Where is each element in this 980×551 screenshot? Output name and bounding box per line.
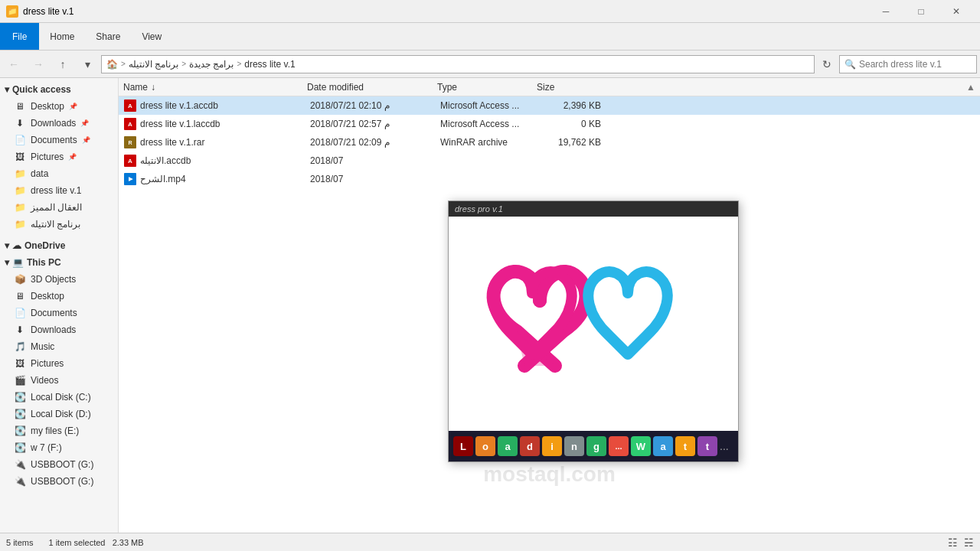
chevron-icon-2: ▾: [5, 240, 9, 251]
taskbar-icon-o[interactable]: o: [475, 436, 495, 456]
col-header-type[interactable]: Type: [437, 82, 537, 93]
maximize-button[interactable]: □: [903, 0, 939, 23]
preview-taskbar: L o a d i n g: [449, 431, 738, 461]
file-type-1: Microsoft Access ...: [440, 100, 540, 111]
quick-access-header[interactable]: ▾ Quick access: [0, 81, 118, 98]
table-row[interactable]: A الانتيله.accdb 2018/07: [119, 152, 980, 170]
taskbar-icon-t2[interactable]: t: [697, 436, 717, 456]
sidebar-item-music[interactable]: 🎵 Music: [0, 338, 118, 355]
taskbar-icon-a[interactable]: a: [498, 436, 518, 456]
taskbar-icon-n[interactable]: n: [564, 436, 584, 456]
file-date-5: 2018/07: [310, 174, 440, 184]
taskbar-icon-dots1[interactable]: ...: [609, 436, 629, 456]
status-right: ☷ ☵: [948, 536, 974, 549]
search-input[interactable]: [859, 59, 972, 70]
col-header-date[interactable]: Date modified: [307, 82, 437, 93]
taskbar-icon-d[interactable]: d: [520, 436, 540, 456]
sidebar-item-barnamaj[interactable]: 📁 برنامج الانتيله: [0, 216, 118, 233]
table-row[interactable]: A dress lite v.1.accdb م 02:10 2018/07/2…: [119, 96, 980, 115]
sidebar-label-data: data: [31, 168, 48, 179]
desktop-icon: 🖥: [14, 100, 26, 112]
file-name-5: الشرح.mp4: [140, 174, 310, 184]
taskbar-icon-g[interactable]: g: [586, 436, 606, 456]
breadcrumb-item-4[interactable]: dress lite v.1: [244, 59, 295, 70]
sidebar-item-downloads[interactable]: ⬇ Downloads 📌: [0, 115, 118, 132]
sidebar-label-barnamaj: برنامج الانتيله: [31, 219, 80, 230]
thispc-icon: 💻: [12, 257, 24, 268]
table-row[interactable]: A dress lite v.1.laccdb م 02:57 2018/07/…: [119, 115, 980, 133]
file-date-3: م 02:09 2018/07/21: [310, 137, 440, 148]
w7-icon: 💽: [14, 442, 26, 454]
breadcrumb-item-2[interactable]: برنامج الانتيله: [129, 59, 178, 70]
selected-info: 1 item selected 2.33 MB: [48, 538, 143, 547]
up-button[interactable]: ↑: [52, 54, 74, 75]
sidebar-label-documents: Documents: [31, 135, 77, 145]
back-button[interactable]: ←: [3, 54, 24, 75]
downloads2-icon: ⬇: [14, 324, 26, 336]
breadcrumb-item-1[interactable]: 🏠: [106, 59, 118, 70]
file-icon-accdb-ar: A: [123, 154, 137, 168]
file-icon-mp4: ▶: [123, 172, 137, 186]
sidebar-item-videos[interactable]: 🎬 Videos: [0, 372, 118, 389]
taskbar-icon-a2[interactable]: a: [653, 436, 673, 456]
sidebar-item-documents[interactable]: 📄 Documents 📌: [0, 132, 118, 148]
sidebar-item-desktop2[interactable]: 🖥 Desktop: [0, 288, 118, 305]
taskbar-icon-i[interactable]: i: [542, 436, 562, 456]
col-header-size[interactable]: Size: [537, 82, 598, 93]
sidebar-item-local-d[interactable]: 💽 Local Disk (D:): [0, 406, 118, 422]
large-icons-view-button[interactable]: ☵: [964, 536, 974, 549]
sidebar-label-my-files: my files (E:): [31, 425, 79, 436]
sidebar-item-3dobjects[interactable]: 📦 3D Objects: [0, 271, 118, 288]
taskbar-icon-t1[interactable]: t: [675, 436, 695, 456]
sidebar-item-usb1[interactable]: 🔌 USBBOOT (G:): [0, 456, 118, 473]
breadcrumb-item-3[interactable]: برامج جديدة: [189, 59, 234, 70]
pictures-icon: 🖼: [14, 151, 26, 163]
sidebar-item-local-c[interactable]: 💽 Local Disk (C:): [0, 389, 118, 406]
menu-file[interactable]: File: [0, 23, 39, 50]
file-type-3: WinRAR archive: [440, 137, 540, 148]
details-view-button[interactable]: ☷: [948, 536, 958, 549]
menu-share[interactable]: Share: [85, 23, 131, 50]
breadcrumb-sep-3: >: [237, 60, 241, 68]
sidebar-label-pictures: Pictures: [31, 152, 64, 162]
sidebar-item-downloads2[interactable]: ⬇ Downloads: [0, 321, 118, 338]
hearts-svg: [479, 232, 708, 416]
aqal-folder-icon: 📁: [14, 201, 26, 214]
sidebar-item-desktop[interactable]: 🖥 Desktop 📌: [0, 98, 118, 115]
table-row[interactable]: ▶ الشرح.mp4 2018/07: [119, 170, 980, 188]
taskbar-more-icon[interactable]: ...: [720, 440, 729, 452]
menu-view[interactable]: View: [131, 23, 172, 50]
breadcrumb-sep-1: >: [121, 60, 126, 68]
sidebar-item-pictures2[interactable]: 🖼 Pictures: [0, 355, 118, 372]
sidebar-item-documents2[interactable]: 📄 Documents: [0, 305, 118, 321]
sidebar-label-pictures2: Pictures: [31, 358, 64, 369]
documents-icon: 📄: [14, 134, 26, 146]
onedrive-header[interactable]: ▾ ☁ OneDrive: [0, 237, 118, 254]
menu-bar: File Home Share View: [0, 23, 980, 51]
recent-button[interactable]: ▾: [77, 54, 98, 75]
address-bar[interactable]: 🏠 > برنامج الانتيله > برامج جديدة > dres…: [101, 55, 815, 73]
scroll-up-button[interactable]: ▲: [966, 82, 975, 93]
taskbar-icon-l[interactable]: L: [453, 436, 473, 456]
sidebar-item-dresslite[interactable]: 📁 dress lite v.1: [0, 182, 118, 199]
close-button[interactable]: ✕: [939, 0, 974, 23]
sidebar-item-w7[interactable]: 💽 w 7 (F:): [0, 439, 118, 456]
table-row[interactable]: R dress lite v.1.rar م 02:09 2018/07/21 …: [119, 133, 980, 152]
sidebar-label-3dobjects: 3D Objects: [31, 274, 76, 285]
sidebar-item-aqal[interactable]: 📁 العقال المميز: [0, 199, 118, 216]
minimize-button[interactable]: ─: [868, 0, 903, 23]
taskbar-icon-w[interactable]: W: [631, 436, 651, 456]
col-header-name[interactable]: Name ↓: [123, 82, 307, 93]
menu-home[interactable]: Home: [39, 23, 85, 50]
forward-button[interactable]: →: [28, 54, 49, 75]
sidebar-item-my-files[interactable]: 💽 my files (E:): [0, 422, 118, 439]
thispc-header[interactable]: ▾ 💻 This PC: [0, 254, 118, 271]
search-box[interactable]: 🔍: [839, 55, 977, 73]
sidebar-item-usb2[interactable]: 🔌 USBBOOT (G:): [0, 473, 118, 490]
sidebar-item-data[interactable]: 📁 data: [0, 165, 118, 182]
file-icon-accdb1: A: [123, 99, 137, 112]
sidebar-item-pictures[interactable]: 🖼 Pictures 📌: [0, 148, 118, 165]
preview-title: dress pro v.1: [449, 201, 738, 217]
refresh-button[interactable]: ↻: [818, 55, 836, 73]
folder-icon: 📁: [6, 5, 18, 18]
